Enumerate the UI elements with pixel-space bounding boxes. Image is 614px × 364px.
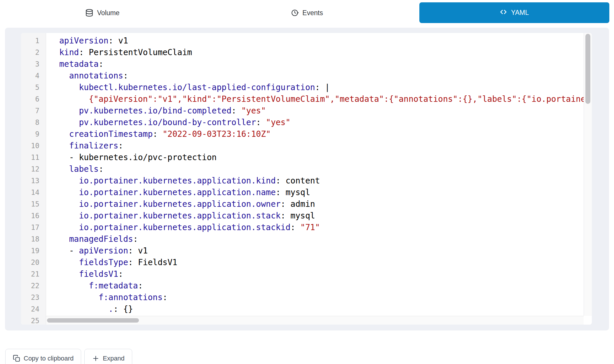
line-number: 19 — [21, 245, 46, 257]
expand-button-label: Expand — [103, 355, 125, 362]
code-line: io.portainer.kubernetes.application.owne… — [59, 198, 584, 210]
line-number: 3 — [21, 58, 46, 70]
line-number: 9 — [21, 128, 46, 140]
code-icon — [500, 8, 507, 18]
copy-to-clipboard-button[interactable]: Copy to clipboard — [5, 349, 81, 364]
code-line: kind: PersistentVolumeClaim — [59, 47, 584, 58]
code-line: metadata: — [59, 58, 584, 70]
copy-icon — [13, 355, 20, 362]
code-line: .: {} — [59, 303, 584, 315]
tab-events[interactable]: Events — [205, 0, 409, 26]
line-number: 10 — [21, 140, 46, 152]
vertical-scrollbar[interactable] — [584, 33, 592, 316]
line-number: 25 — [21, 315, 46, 325]
code-line: creationTimestamp: "2022-09-03T23:16:10Z… — [59, 128, 584, 140]
line-number: 16 — [21, 210, 46, 222]
line-number: 20 — [21, 257, 46, 268]
code-line: - apiVersion: v1 — [59, 245, 584, 257]
tab-volume-label: Volume — [97, 9, 120, 17]
action-bar: Copy to clipboard Expand — [5, 349, 614, 364]
line-number: 4 — [21, 70, 46, 82]
code-line: fieldsV1: — [59, 268, 584, 280]
line-number: 8 — [21, 117, 46, 128]
line-number: 18 — [21, 233, 46, 245]
line-number: 13 — [21, 175, 46, 187]
line-number: 21 — [21, 268, 46, 280]
copy-button-label: Copy to clipboard — [24, 355, 74, 362]
tab-yaml-cell: YAML — [409, 0, 614, 26]
line-number-gutter: 1234567891011121314151617181920212223242… — [21, 33, 46, 325]
line-number: 22 — [21, 280, 46, 292]
scrollbar-corner — [584, 316, 592, 325]
line-number: 7 — [21, 105, 46, 117]
line-number: 1 — [21, 35, 46, 47]
code-line: - kubernetes.io/pvc-protection — [59, 152, 584, 163]
line-number: 23 — [21, 292, 46, 303]
code-editor: 1234567891011121314151617181920212223242… — [21, 33, 592, 325]
code-line: annotations: — [59, 70, 584, 82]
code-line: finalizers: — [59, 140, 584, 152]
horizontal-scrollbar-thumb[interactable] — [47, 318, 139, 323]
code-line: f:annotations: — [59, 292, 584, 303]
code-line: io.portainer.kubernetes.application.stac… — [59, 210, 584, 222]
line-number: 15 — [21, 198, 46, 210]
database-icon — [85, 9, 93, 17]
line-number: 24 — [21, 303, 46, 315]
yaml-viewer-container: 1234567891011121314151617181920212223242… — [5, 28, 609, 330]
code-line: fieldsType: FieldsV1 — [59, 257, 584, 268]
line-number: 11 — [21, 152, 46, 163]
tab-yaml[interactable]: YAML — [419, 2, 609, 23]
expand-button[interactable]: Expand — [84, 349, 132, 364]
plus-icon — [92, 355, 100, 362]
code-line: kubectl.kubernetes.io/last-applied-confi… — [59, 82, 584, 93]
code-lines[interactable]: apiVersion: v1kind: PersistentVolumeClai… — [46, 33, 584, 325]
line-number: 2 — [21, 47, 46, 58]
code-line: pv.kubernetes.io/bound-by-controller: "y… — [59, 117, 584, 128]
line-number: 12 — [21, 163, 46, 175]
code-line: pv.kubernetes.io/bind-completed: "yes" — [59, 105, 584, 117]
clock-icon — [291, 9, 299, 17]
code-line: io.portainer.kubernetes.application.kind… — [59, 175, 584, 187]
tab-yaml-label: YAML — [511, 9, 529, 17]
code-line: f:metadata: — [59, 280, 584, 292]
vertical-scrollbar-thumb[interactable] — [585, 34, 590, 104]
tab-events-label: Events — [302, 9, 323, 17]
tab-volume[interactable]: Volume — [0, 0, 205, 26]
horizontal-scrollbar[interactable] — [46, 316, 584, 325]
code-line: managedFields: — [59, 233, 584, 245]
code-line: io.portainer.kubernetes.application.stac… — [59, 222, 584, 233]
code-line: io.portainer.kubernetes.application.name… — [59, 187, 584, 198]
line-number: 14 — [21, 187, 46, 198]
line-number: 6 — [21, 93, 46, 105]
code-line: {"apiVersion":"v1","kind":"PersistentVol… — [59, 93, 584, 105]
line-number: 5 — [21, 82, 46, 93]
tab-bar: Volume Events YAML — [0, 0, 614, 26]
code-line: labels: — [59, 163, 584, 175]
code-line: apiVersion: v1 — [59, 35, 584, 47]
line-number: 17 — [21, 222, 46, 233]
